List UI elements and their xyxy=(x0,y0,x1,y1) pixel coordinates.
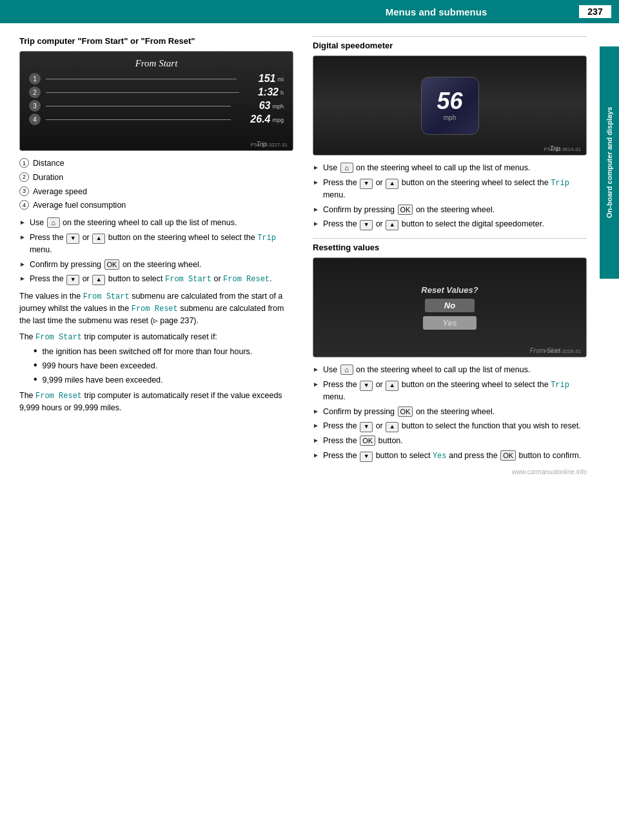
list-item: 4 Average fuel consumption xyxy=(19,199,293,212)
row-num-3: 3 xyxy=(29,100,41,112)
list-item: ► Press the ▼ button to select Yes and p… xyxy=(313,450,587,462)
home-button[interactable]: ⌂ xyxy=(47,217,60,228)
arrow-bullet-icon: ► xyxy=(19,261,26,268)
home-button[interactable]: ⌂ xyxy=(340,365,353,375)
speedo-photo-id: P54·33-3614-31 xyxy=(544,146,581,152)
list-item: ► Confirm by pressing OK on the steering… xyxy=(313,204,587,216)
arrow-bullet-icon: ► xyxy=(313,220,319,227)
arrow-bullet-icon: ► xyxy=(19,275,26,282)
list-item: ► Press the ▼ or ▲ button on the steerin… xyxy=(313,177,587,201)
down-button[interactable]: ▼ xyxy=(360,422,373,432)
trip-unit-1: mi xyxy=(278,76,284,83)
up-button[interactable]: ▲ xyxy=(386,422,398,432)
num-circle-4: 4 xyxy=(19,200,29,210)
numbered-items: 1 Distance 2 Duration 3 Average speed 4 … xyxy=(19,157,293,212)
list-item: 2 Duration xyxy=(19,172,293,184)
trip-photo-id: P54·33-3227-31 xyxy=(251,142,288,148)
bullet-dot-icon: • xyxy=(34,374,37,385)
down-button[interactable]: ▼ xyxy=(360,220,373,230)
arrow-bullet-icon: ► xyxy=(313,179,319,186)
list-item: 1 Distance xyxy=(19,157,293,170)
down-button[interactable]: ▼ xyxy=(360,381,373,391)
trip-value-4: 26.4 xyxy=(235,114,270,125)
bullet-text: Use ⌂ on the steering wheel to call up t… xyxy=(30,217,237,229)
list-item: ► Confirm by pressing OK on the steering… xyxy=(19,259,293,271)
bullet-text: Use ⌂ on the steering wheel to call up t… xyxy=(323,162,530,174)
section-divider xyxy=(313,36,587,37)
arrow-bullet-icon: ► xyxy=(19,219,26,226)
list-item: ► Press the ▼ or ▲ button to select the … xyxy=(313,420,587,432)
ok-button[interactable]: OK xyxy=(398,406,413,417)
paragraph-2: The From Start trip computer is automati… xyxy=(19,331,293,343)
up-button[interactable]: ▲ xyxy=(92,234,105,244)
num-circle-1: 1 xyxy=(19,158,29,168)
bullet-text: Press the ▼ or ▲ button on the steering … xyxy=(323,177,587,201)
bullet-text: Press the ▼ or ▲ button to select From S… xyxy=(30,273,272,285)
up-button[interactable]: ▲ xyxy=(386,220,398,230)
down-button[interactable]: ▼ xyxy=(66,275,79,285)
left-bullet-items: ► Use ⌂ on the steering wheel to call up… xyxy=(19,217,293,285)
table-row: 3 63 mph xyxy=(29,100,284,112)
item-text-1: Distance xyxy=(33,157,64,170)
home-button[interactable]: ⌂ xyxy=(340,163,353,173)
arrow-bullet-icon: ► xyxy=(313,206,319,213)
up-button[interactable]: ▲ xyxy=(386,179,398,189)
list-item: 3 Average speed xyxy=(19,186,293,198)
bullet-text: Confirm by pressing OK on the steering w… xyxy=(323,204,495,216)
down-button[interactable]: ▼ xyxy=(360,452,373,462)
item-text-4: Average fuel consumption xyxy=(33,199,126,212)
up-button[interactable]: ▲ xyxy=(92,275,105,285)
ok-button[interactable]: OK xyxy=(500,450,516,461)
right-column: Digital speedometer 56 mph Trip P54·33-3… xyxy=(313,36,587,475)
section-divider xyxy=(313,238,587,239)
trip-value-2: 1:32 xyxy=(243,86,279,98)
up-button[interactable]: ▲ xyxy=(386,381,398,391)
item-text-2: Duration xyxy=(33,172,63,184)
bullet-text: Confirm by pressing OK on the steering w… xyxy=(30,259,201,271)
digital-speedo-title: Digital speedometer xyxy=(313,41,587,50)
reset-option-yes: Yes xyxy=(423,316,477,330)
bullet-text: Press the ▼ or ▲ button to select the di… xyxy=(323,218,544,230)
condition-text-3: 9,999 miles have been exceeded. xyxy=(43,374,163,386)
trip-value-3: 63 xyxy=(235,100,270,112)
trip-screen-title: From Start xyxy=(135,58,178,69)
list-item: • 9,999 miles have been exceeded. xyxy=(19,374,293,386)
condition-text-1: the ignition has been switched off for m… xyxy=(43,346,253,358)
ok-button[interactable]: OK xyxy=(360,435,375,446)
list-item: ► Press the OK button. xyxy=(313,435,587,447)
list-item: ► Confirm by pressing OK on the steering… xyxy=(313,406,587,418)
reset-option-no: No xyxy=(425,299,475,312)
arrow-bullet-icon: ► xyxy=(313,437,319,444)
bullet-text: Use ⌂ on the steering wheel to call up t… xyxy=(323,364,530,376)
ok-button[interactable]: OK xyxy=(104,259,120,270)
page-number: 237 xyxy=(579,5,611,18)
list-item: • the ignition has been switched off for… xyxy=(19,346,293,358)
down-button[interactable]: ▼ xyxy=(66,234,79,244)
arrow-bullet-icon: ► xyxy=(313,422,319,429)
list-item: ► Press the ▼ or ▲ button to select the … xyxy=(313,218,587,230)
bullet-dot-icon: • xyxy=(34,346,37,356)
digital-speedo-screen: 56 mph Trip P54·33-3614-31 xyxy=(313,55,587,155)
ok-button[interactable]: OK xyxy=(398,205,413,215)
speedo-bullet-items: ► Use ⌂ on the steering wheel to call up… xyxy=(313,162,587,230)
list-item: ► Use ⌂ on the steering wheel to call up… xyxy=(313,162,587,174)
row-num-2: 2 xyxy=(29,86,41,98)
trip-computer-screen: From Start 1 151 mi 2 1:32 xyxy=(19,51,293,151)
bullet-text: Confirm by pressing OK on the steering w… xyxy=(323,406,495,418)
arrow-bullet-icon: ► xyxy=(313,366,319,373)
list-item: ► Use ⌂ on the steering wheel to call up… xyxy=(19,217,293,229)
resetting-values-section: Resetting values Reset Values? No Yes Fr… xyxy=(313,238,587,462)
list-item: ► Press the ▼ or ▲ button to select From… xyxy=(19,273,293,285)
website-footer: www.carmanualonline.info xyxy=(313,468,587,475)
paragraph-1: The values in the From Start submenu are… xyxy=(19,290,293,327)
resetting-values-title: Resetting values xyxy=(313,243,587,252)
list-item: ► Use ⌂ on the steering wheel to call up… xyxy=(313,364,587,376)
reset-question: Reset Values? xyxy=(421,285,478,295)
bullet-dot-icon: • xyxy=(34,360,37,370)
down-button[interactable]: ▼ xyxy=(360,179,373,189)
bullet-text: Press the OK button. xyxy=(323,435,403,447)
footer-paragraph: The From Reset trip computer is automati… xyxy=(19,390,293,414)
trip-unit-2: h xyxy=(280,90,284,96)
row-num-1: 1 xyxy=(29,73,41,85)
bullet-text: Press the ▼ or ▲ button on the steering … xyxy=(323,379,587,403)
